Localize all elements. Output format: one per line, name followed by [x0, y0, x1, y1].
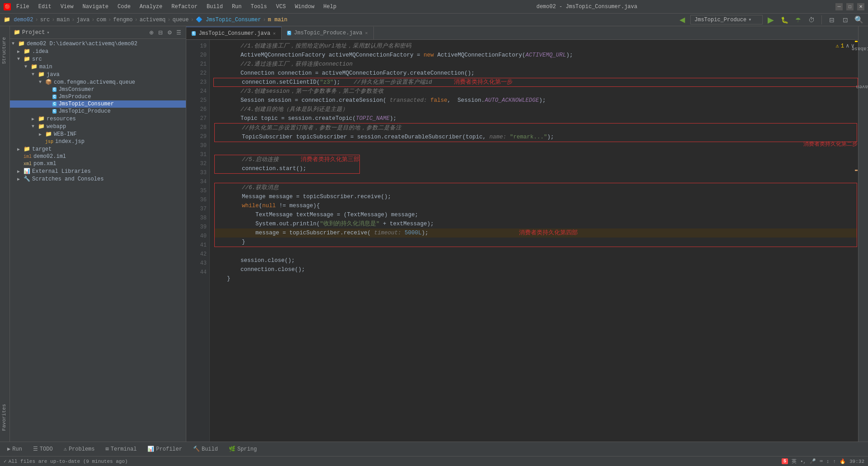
left-sidebar-tabs: Structure Favorites: [0, 26, 10, 442]
code-line-22: Connection connection = activeMQConnecti…: [213, 69, 858, 78]
code-line-43: connection.close();: [213, 265, 858, 274]
tree-item-target[interactable]: ▶ 📁 target: [10, 145, 186, 153]
minimize-button[interactable]: ─: [835, 3, 843, 10]
menu-refactor[interactable]: Refactor: [170, 3, 199, 11]
collapse-all-button[interactable]: ⊟: [157, 29, 164, 36]
bc-java[interactable]: java: [76, 17, 90, 23]
hide-button[interactable]: ⚙: [166, 29, 173, 36]
tree-item-webapp[interactable]: ▼ 📁 webapp: [10, 123, 186, 130]
menu-view[interactable]: View: [59, 3, 75, 11]
line-num-41: 41: [186, 241, 209, 250]
tree-item-webinf[interactable]: ▶ 📁 WEB-INF: [10, 130, 186, 138]
menu-build[interactable]: Build: [205, 3, 225, 11]
bc-activemq[interactable]: activemq: [140, 17, 166, 23]
project-panel-actions[interactable]: ⊕ ⊟ ⚙ ☰: [148, 29, 182, 36]
close-button[interactable]: ✕: [857, 3, 864, 10]
tree-item-indexjsp[interactable]: ▶ jsp index.jsp: [10, 138, 186, 145]
terminal-tab[interactable]: ⊞ Terminal: [102, 443, 141, 456]
line-num-19: 19: [186, 42, 209, 51]
tab-jmstopicconsumer[interactable]: C JmsTopic_Consumer.java ✕: [186, 27, 282, 39]
code-line-41: [213, 247, 858, 256]
bc-demo02[interactable]: 📁 demo02: [4, 16, 33, 23]
profile-button[interactable]: ⏱: [806, 14, 817, 25]
window-controls[interactable]: ─ □ ✕: [835, 3, 864, 10]
menu-file[interactable]: File: [14, 3, 31, 11]
todo-tab[interactable]: ☰ TODO: [29, 443, 57, 456]
sonar-logo: S: [782, 458, 788, 464]
project-panel: 📁 Project ▾ ⊕ ⊟ ⚙ ☰ ▼ 📁 demo02 D:\ideawo…: [10, 26, 186, 442]
run-config-selector[interactable]: JmsTopic_Produce ▾: [690, 15, 763, 24]
run-icon: ▶: [7, 446, 10, 452]
bc-fengmo[interactable]: fengmo: [113, 17, 132, 23]
tree-item-jmstopicproduce[interactable]: ▶ C JmsTopic_Produce: [10, 108, 186, 115]
tree-item-jmstopicconsumer[interactable]: ▶ C JmsTopic_Consumer: [10, 100, 186, 108]
maximize-button[interactable]: □: [846, 3, 854, 10]
debug-button[interactable]: 🐛: [779, 14, 790, 25]
menu-run[interactable]: Run: [230, 3, 244, 11]
bc-src[interactable]: src: [40, 17, 50, 23]
menu-window[interactable]: Window: [293, 3, 316, 11]
line-num-44: 44: [186, 268, 209, 277]
line-num-42: 42: [186, 250, 209, 259]
maven-tab[interactable]: Maven: [849, 83, 868, 90]
search-everywhere-button[interactable]: 🔍: [854, 14, 864, 25]
tree-item-main[interactable]: ▼ 📁 main: [10, 63, 186, 71]
tree-item-jmsconsumer[interactable]: ▶ C JmsConsumer: [10, 86, 186, 93]
bc-class[interactable]: 🔷 JmsTopic_Consumer: [196, 16, 261, 23]
breadcrumb: 📁 demo02 › src › main › java › com › fen…: [4, 16, 674, 23]
line-num-32: 32: [186, 159, 209, 168]
database-tab[interactable]: Database: [844, 45, 868, 52]
menu-edit[interactable]: Edit: [37, 3, 53, 11]
main-area: Structure Favorites 📁 Project ▾ ⊕ ⊟ ⚙ ☰ …: [0, 26, 868, 442]
tree-item-src[interactable]: ▼ 📁 src: [10, 55, 186, 63]
tree-item-demo02[interactable]: ▼ 📁 demo02 D:\ideawork\activemq\demo02: [10, 40, 186, 48]
tree-item-package[interactable]: ▼ 📦 com.fengmo.activemq.queue: [10, 78, 186, 86]
project-tree: ▼ 📁 demo02 D:\ideawork\activemq\demo02 ▶…: [10, 39, 186, 442]
tab-jmstopicproduce[interactable]: C JmsTopic_Produce.java ✕: [282, 27, 374, 39]
close-tab-consumer[interactable]: ✕: [273, 31, 276, 36]
run-button[interactable]: ▶: [765, 14, 776, 25]
project-dropdown-icon[interactable]: ▾: [47, 30, 49, 35]
todo-icon: ☰: [33, 446, 38, 452]
tree-item-jmsproduce[interactable]: ▶ C JmsProduce: [10, 93, 186, 100]
structure-tab[interactable]: Structure: [0, 30, 9, 71]
close-tab-produce[interactable]: ✕: [365, 30, 368, 36]
spring-tab[interactable]: 🌿 Spring: [225, 443, 260, 456]
code-content[interactable]: ⚠ 1 ∧ ∨ //1.创建连接工厂，按照给定的url地址，采用默认用户名和密码…: [210, 40, 858, 442]
code-line-34: //6.获取消息: [215, 183, 857, 192]
panel-settings-button[interactable]: ☰: [175, 29, 182, 36]
menu-code[interactable]: Code: [116, 3, 132, 11]
menu-navigate[interactable]: Navigate: [80, 3, 110, 11]
menu-analyze[interactable]: Analyze: [138, 3, 164, 11]
bc-main[interactable]: main: [57, 17, 70, 23]
locate-button[interactable]: ⊕: [148, 29, 155, 36]
layout-button[interactable]: ⊡: [840, 14, 851, 25]
tree-item-resources[interactable]: ▶ 📁 resources: [10, 115, 186, 123]
tree-item-pomxml[interactable]: ▶ xml pom.xml: [10, 160, 186, 167]
tree-item-external-libs[interactable]: ▶ 📊 External Libraries: [10, 167, 186, 175]
menu-vcs[interactable]: VCS: [274, 3, 288, 11]
menu-help[interactable]: Help: [321, 3, 338, 11]
line-num-30: 30: [186, 141, 209, 150]
problems-tab[interactable]: ⚠ Problems: [60, 443, 99, 456]
bc-method[interactable]: m main: [268, 17, 288, 23]
run-tab[interactable]: ▶ Run: [4, 443, 26, 456]
menu-tools[interactable]: Tools: [249, 3, 269, 11]
scratches-label: Scratches and Consoles: [32, 176, 104, 182]
bc-com[interactable]: com: [96, 17, 106, 23]
code-box-34-40: //6.获取消息 Message message = topicSubscrib…: [214, 183, 857, 247]
coverage-button[interactable]: ☂: [793, 14, 803, 25]
tree-item-demo02iml[interactable]: ▶ iml demo02.iml: [10, 153, 186, 160]
back-button[interactable]: ◀: [677, 14, 688, 25]
tree-item-idea[interactable]: ▶ 📁 .idea: [10, 48, 186, 55]
bc-queue[interactable]: queue: [173, 17, 189, 23]
bookmark-button[interactable]: ⊟: [826, 14, 837, 25]
code-line-32: connection.start();: [215, 164, 359, 173]
build-tab[interactable]: 🔨 Build: [189, 443, 222, 456]
tree-item-scratches[interactable]: ▶ 🔧 Scratches and Consoles: [10, 175, 186, 183]
tree-item-java[interactable]: ▼ 📁 java: [10, 71, 186, 78]
menu-bar[interactable]: File Edit View Navigate Code Analyze Ref…: [14, 3, 338, 11]
favorites-tab[interactable]: Favorites: [0, 397, 9, 438]
warning-stripe: [855, 41, 858, 42]
profiler-tab[interactable]: 📊 Profiler: [144, 443, 186, 456]
